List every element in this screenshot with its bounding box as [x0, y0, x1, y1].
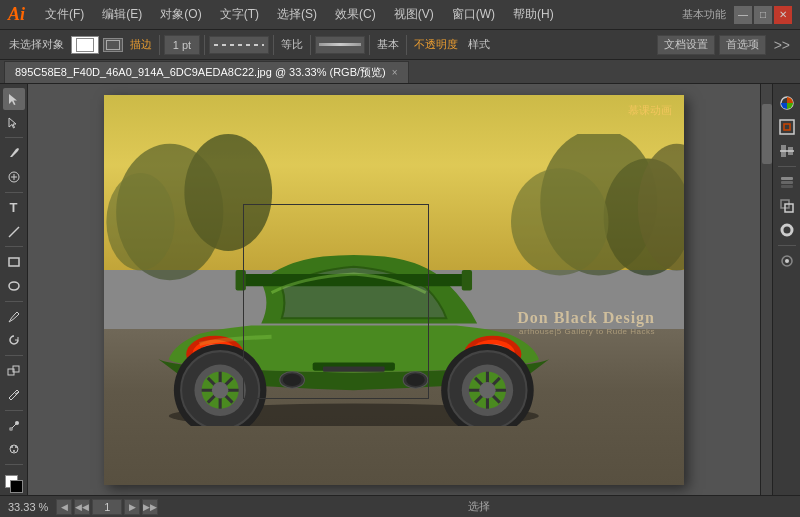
left-toolbox: T [0, 84, 28, 495]
tab-close-button[interactable]: × [392, 67, 398, 78]
menu-help[interactable]: 帮助(H) [505, 4, 562, 25]
svg-rect-32 [323, 366, 385, 371]
menu-view[interactable]: 视图(V) [386, 4, 442, 25]
svg-rect-22 [240, 274, 466, 286]
menu-window[interactable]: 窗口(W) [444, 4, 503, 25]
svg-rect-2 [9, 258, 19, 266]
right-tools [776, 88, 798, 276]
workspace-label: 基本功能 [682, 7, 726, 22]
tool-separator-2 [5, 192, 23, 193]
close-button[interactable]: ✕ [774, 6, 792, 24]
layers-panel-button[interactable] [776, 171, 798, 193]
style-label: 样式 [465, 37, 493, 52]
rotate-tool[interactable] [3, 330, 25, 352]
doc-settings-button[interactable]: 文档设置 [657, 35, 715, 55]
canvas-container: 慕课动画 Don Black Design arthouse|5 Gallery… [38, 94, 750, 485]
transform-panel-button[interactable] [776, 195, 798, 217]
status-label: 选择 [166, 499, 792, 514]
main-area: T [0, 84, 800, 495]
paintbrush-tool[interactable] [3, 306, 25, 328]
scrollbar-thumb[interactable] [762, 104, 772, 164]
navigator-panel-button[interactable] [776, 116, 798, 138]
title-bar: Ai 文件(F) 编辑(E) 对象(O) 文字(T) 选择(S) 效果(C) 视… [0, 0, 800, 30]
svg-rect-63 [781, 185, 793, 188]
tab-filename: 895C58E8_F40D_46A0_914A_6DC9AEDA8C22.jpg… [15, 65, 386, 80]
variable-width-preview [315, 36, 365, 54]
status-bar: 33.33 % ◀ ◀◀ ▶ ▶▶ 选择 [0, 495, 800, 517]
svg-line-9 [12, 424, 16, 428]
tool-separator-7 [5, 464, 23, 465]
canvas-area[interactable]: 慕课动画 Don Black Design arthouse|5 Gallery… [28, 84, 760, 495]
no-selection-label: 未选择对象 [6, 37, 67, 52]
toolbar: 未选择对象 描边 等比 基本 不透明度 样式 文档设置 首选项 >> [0, 30, 800, 60]
ellipse-tool[interactable] [3, 275, 25, 297]
svg-rect-23 [235, 270, 245, 291]
scale-tool[interactable] [3, 360, 25, 382]
preferences-button[interactable]: 首选项 [719, 35, 766, 55]
eyedropper-tool[interactable] [3, 384, 25, 406]
svg-point-54 [479, 382, 495, 398]
next-page-button[interactable]: ▶ [124, 499, 140, 515]
fill-color-swatch[interactable] [71, 36, 99, 54]
color-panel-button[interactable] [776, 92, 798, 114]
stroke-panel-button[interactable] [776, 219, 798, 241]
svg-point-68 [785, 259, 789, 263]
appearance-panel-button[interactable] [776, 250, 798, 272]
selection-tool[interactable] [3, 88, 25, 110]
watermark-text: 慕课动画 [628, 103, 672, 118]
svg-point-36 [406, 374, 425, 386]
page-number-input[interactable] [92, 499, 122, 515]
pen-tool[interactable] [3, 142, 25, 164]
tab-bar: 895C58E8_F40D_46A0_914A_6DC9AEDA8C22.jpg… [0, 60, 800, 84]
right-panel [772, 84, 800, 495]
opacity-label: 不透明度 [411, 37, 461, 52]
tool-separator [5, 137, 23, 138]
canvas-and-scroll: 慕课动画 Don Black Design arthouse|5 Gallery… [28, 84, 772, 495]
direct-selection-tool[interactable] [3, 112, 25, 134]
window-controls: — □ ✕ [734, 6, 792, 24]
basic-label: 基本 [374, 37, 402, 52]
menu-object[interactable]: 对象(O) [152, 4, 209, 25]
menu-file[interactable]: 文件(F) [37, 4, 92, 25]
menu-select[interactable]: 选择(S) [269, 4, 325, 25]
stroke-weight-input[interactable] [164, 35, 200, 55]
tool-separator-5 [5, 355, 23, 356]
blend-tool[interactable] [3, 415, 25, 437]
panel-separator-2 [778, 245, 796, 246]
toolbar-expand-icon[interactable]: >> [770, 37, 794, 53]
line-tool[interactable] [3, 221, 25, 243]
first-page-button[interactable]: ◀◀ [74, 499, 90, 515]
tool-separator-4 [5, 301, 23, 302]
minimize-button[interactable]: — [734, 6, 752, 24]
svg-line-1 [9, 227, 19, 237]
document-tab[interactable]: 895C58E8_F40D_46A0_914A_6DC9AEDA8C22.jpg… [4, 61, 409, 83]
design-credit-text: Don Black Design arthouse|5 Gallery to R… [517, 309, 655, 336]
add-anchor-tool[interactable] [3, 166, 25, 188]
page-navigation: ◀ ◀◀ ▶ ▶▶ [56, 499, 158, 515]
prev-page-button[interactable]: ◀ [56, 499, 72, 515]
svg-rect-61 [781, 177, 793, 180]
menu-edit[interactable]: 编辑(E) [94, 4, 150, 25]
stroke-style-preview [209, 36, 269, 54]
svg-point-45 [212, 382, 228, 398]
symbol-sprayer-tool[interactable] [3, 438, 25, 460]
vertical-scrollbar[interactable] [760, 84, 772, 495]
type-tool[interactable]: T [3, 197, 25, 219]
align-panel-button[interactable] [776, 140, 798, 162]
svg-rect-56 [780, 120, 794, 134]
color-swatches[interactable] [3, 473, 25, 495]
last-page-button[interactable]: ▶▶ [142, 499, 158, 515]
svg-rect-62 [781, 181, 793, 184]
maximize-button[interactable]: □ [754, 6, 772, 24]
panel-separator [778, 166, 796, 167]
equal-label: 等比 [278, 37, 306, 52]
tool-separator-6 [5, 410, 23, 411]
svg-rect-57 [784, 124, 790, 130]
rectangle-tool[interactable] [3, 251, 25, 273]
menu-effect[interactable]: 效果(C) [327, 4, 384, 25]
menu-type[interactable]: 文字(T) [212, 4, 267, 25]
app-logo: Ai [8, 4, 25, 25]
svg-rect-24 [461, 270, 471, 291]
artboard: 慕课动画 Don Black Design arthouse|5 Gallery… [104, 95, 684, 485]
zoom-level: 33.33 % [8, 501, 48, 513]
